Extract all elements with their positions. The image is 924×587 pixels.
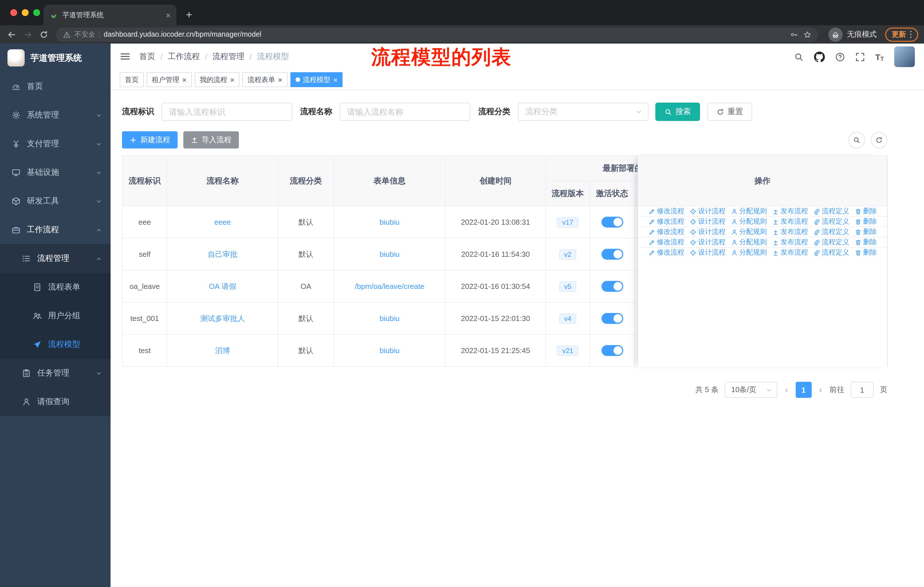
delete-process-link[interactable]: 删除	[855, 227, 877, 237]
forward-button[interactable]	[22, 29, 33, 40]
assign-rules-link[interactable]: 分配规则	[731, 227, 767, 237]
form-info-link[interactable]: biubiu	[380, 314, 399, 323]
delete-process-link[interactable]: 删除	[855, 217, 877, 227]
process-name-input[interactable]	[340, 103, 470, 121]
edit-process-link[interactable]: 修改流程	[648, 237, 684, 247]
browser-tab[interactable]: 芋道管理系统 ×	[43, 5, 177, 25]
tag-my-process[interactable]: 我的流程×	[195, 72, 239, 87]
design-process-link[interactable]: 设计流程	[690, 227, 726, 237]
active-toggle[interactable]	[601, 313, 623, 324]
process-name-link[interactable]: 自己审批	[208, 250, 238, 258]
edit-process-link[interactable]: 修改流程	[648, 227, 684, 237]
key-icon[interactable]	[790, 31, 798, 38]
breadcrumb-item[interactable]: 首页	[139, 51, 155, 62]
publish-process-link[interactable]: 发布流程	[772, 207, 808, 216]
edit-process-link[interactable]: 修改流程	[648, 217, 684, 227]
active-toggle[interactable]	[601, 345, 623, 356]
process-definition-link[interactable]: 流程定义	[813, 207, 849, 216]
reload-button[interactable]	[38, 29, 49, 40]
delete-process-link[interactable]: 删除	[855, 248, 877, 257]
github-icon[interactable]	[814, 51, 825, 62]
toggle-search-button[interactable]	[848, 132, 865, 148]
process-name-link[interactable]: OA 请假	[209, 282, 236, 290]
user-avatar[interactable]	[894, 46, 915, 67]
sidebar-item-infrastructure[interactable]: 基础设施	[0, 158, 111, 187]
app-logo[interactable]: 芋道管理系统	[0, 43, 111, 72]
url-bar[interactable]: 不安全 dashboard.yudao.iocoder.cn/bpm/manag…	[56, 27, 818, 41]
assign-rules-link[interactable]: 分配规则	[731, 237, 767, 247]
process-name-link[interactable]: eeee	[214, 218, 231, 227]
close-icon[interactable]: ×	[278, 76, 282, 83]
tag-process-model[interactable]: 流程模型×	[290, 72, 343, 87]
search-button[interactable]: 搜索	[655, 103, 700, 121]
import-process-button[interactable]: 导入流程	[183, 131, 239, 149]
active-toggle[interactable]	[601, 249, 623, 260]
assign-rules-link[interactable]: 分配规则	[731, 248, 767, 257]
fullscreen-icon[interactable]	[855, 52, 865, 62]
update-menu-button[interactable]: 更新	[885, 27, 918, 41]
process-key-input[interactable]	[162, 103, 292, 121]
incognito-badge[interactable]: 无痕模式	[828, 27, 877, 41]
sidebar-item-home[interactable]: 首页	[0, 72, 111, 101]
delete-process-link[interactable]: 删除	[855, 237, 877, 247]
process-definition-link[interactable]: 流程定义	[813, 217, 849, 227]
assign-rules-link[interactable]: 分配规则	[731, 217, 767, 227]
process-definition-link[interactable]: 流程定义	[813, 237, 849, 247]
publish-process-link[interactable]: 发布流程	[772, 237, 808, 247]
edit-process-link[interactable]: 修改流程	[648, 248, 684, 257]
search-icon[interactable]	[794, 52, 804, 62]
design-process-link[interactable]: 设计流程	[690, 207, 726, 216]
font-size-icon[interactable]: TT	[875, 52, 884, 62]
prev-page-button[interactable]: ‹	[784, 385, 789, 395]
active-toggle[interactable]	[601, 217, 623, 228]
sidebar-item-user-group[interactable]: 用户分组	[0, 301, 111, 330]
process-name-link[interactable]: 滔博	[215, 346, 230, 355]
category-select[interactable]: 流程分类	[518, 103, 648, 121]
close-icon[interactable]: ×	[182, 76, 186, 83]
form-info-link[interactable]: biubiu	[380, 250, 399, 258]
page-1-button[interactable]: 1	[795, 382, 812, 398]
delete-process-link[interactable]: 删除	[855, 207, 877, 216]
sidebar-item-dev-tools[interactable]: 研发工具	[0, 187, 111, 215]
form-info-link[interactable]: biubiu	[380, 346, 399, 355]
sidebar-item-process-model[interactable]: 流程模型	[0, 330, 111, 359]
sidebar-item-workflow[interactable]: 工作流程	[0, 215, 111, 244]
design-process-link[interactable]: 设计流程	[690, 248, 726, 257]
design-process-link[interactable]: 设计流程	[690, 237, 726, 247]
form-info-link[interactable]: biubiu	[380, 218, 399, 227]
reset-button[interactable]: 重置	[708, 103, 752, 121]
assign-rules-link[interactable]: 分配规则	[731, 207, 767, 216]
create-process-button[interactable]: 新建流程	[122, 131, 178, 149]
form-info-link[interactable]: /bpm/oa/leave/create	[355, 282, 424, 291]
close-icon[interactable]: ×	[333, 76, 338, 83]
active-toggle[interactable]	[601, 281, 623, 292]
publish-process-link[interactable]: 发布流程	[772, 248, 808, 257]
refresh-table-button[interactable]	[871, 132, 887, 148]
edit-process-link[interactable]: 修改流程	[648, 207, 684, 216]
process-name-link[interactable]: 测试多审批人	[200, 314, 245, 322]
help-icon[interactable]	[835, 52, 845, 62]
sidebar-item-process-management[interactable]: 流程管理	[0, 244, 111, 273]
goto-page-input[interactable]	[851, 382, 874, 398]
bookmark-star-icon[interactable]	[804, 31, 811, 38]
zoom-window-button[interactable]	[33, 9, 40, 16]
sidebar-item-payment[interactable]: 支付管理	[0, 129, 111, 158]
breadcrumb-item[interactable]: 流程管理	[213, 51, 244, 62]
next-page-button[interactable]: ›	[818, 385, 823, 395]
tag-process-form[interactable]: 流程表单×	[242, 72, 287, 87]
sidebar-item-leave-query[interactable]: 请假查询	[0, 387, 111, 416]
sidebar-item-system[interactable]: 系统管理	[0, 101, 111, 129]
process-definition-link[interactable]: 流程定义	[813, 227, 849, 237]
tag-tenant[interactable]: 租户管理×	[147, 72, 191, 87]
sidebar-item-process-form[interactable]: 流程表单	[0, 273, 111, 301]
publish-process-link[interactable]: 发布流程	[772, 217, 808, 227]
close-window-button[interactable]	[10, 9, 17, 16]
process-definition-link[interactable]: 流程定义	[813, 248, 849, 257]
design-process-link[interactable]: 设计流程	[690, 217, 726, 227]
back-button[interactable]	[6, 29, 17, 40]
breadcrumb-item[interactable]: 工作流程	[168, 51, 200, 62]
page-size-select[interactable]: 10条/页	[725, 382, 778, 398]
minimize-window-button[interactable]	[22, 9, 29, 16]
close-icon[interactable]: ×	[230, 76, 234, 83]
tag-home[interactable]: 首页	[120, 72, 144, 87]
